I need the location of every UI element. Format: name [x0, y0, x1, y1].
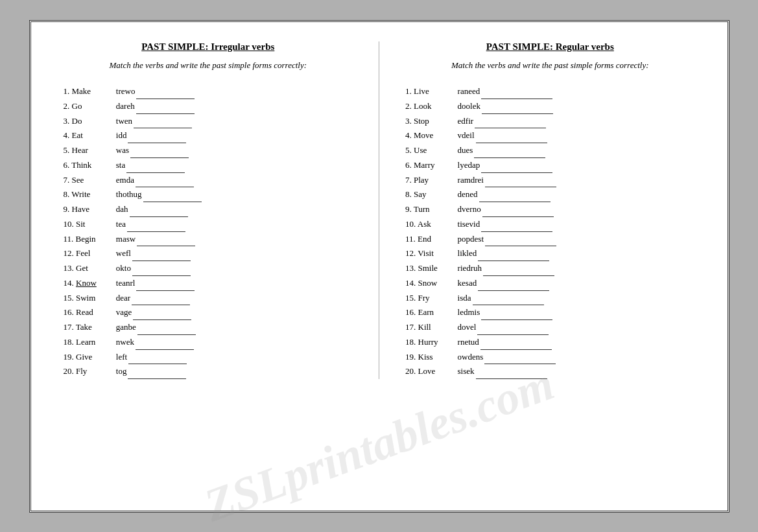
answer-word: popdest — [458, 232, 484, 247]
answer-word: teanrl — [116, 276, 136, 291]
answer-word: owdens — [458, 350, 484, 365]
page: ZSLprintables.com PAST SIMPLE: Irregular… — [29, 20, 729, 513]
answer-word: was — [116, 143, 129, 158]
list-item: riedruh — [458, 261, 695, 276]
list-item: 7. Play — [405, 173, 438, 188]
list-item: rnetud — [458, 335, 695, 350]
list-item: dah — [116, 202, 353, 217]
list-item: was — [116, 143, 353, 158]
list-item: sta — [116, 158, 353, 173]
list-item: 18. Hurry — [405, 335, 438, 350]
answer-word: dareh — [116, 99, 135, 114]
list-item: 8. Say — [405, 187, 438, 202]
list-item: popdest — [458, 232, 695, 247]
left-title: PAST SIMPLE: Irregular verbs — [64, 41, 353, 52]
list-item: 4. Eat — [64, 128, 97, 143]
list-item: tog — [116, 364, 353, 379]
answer-word: rnetud — [458, 335, 479, 350]
list-item: 13. Smile — [405, 261, 438, 276]
answer-blank[interactable] — [476, 378, 547, 379]
answer-word: raneed — [458, 84, 480, 99]
list-item: 3. Do — [64, 114, 97, 129]
answer-word: ledmis — [458, 305, 480, 320]
answer-word: thothug — [116, 187, 142, 202]
left-verbs: 1. Make2. Go3. Do4. Eat5. Hear6. Think7.… — [64, 84, 97, 379]
answer-word: dah — [116, 202, 128, 217]
right-instruction: Match the verbs and write the past simpl… — [405, 59, 695, 72]
list-item: 6. Think — [64, 158, 97, 173]
answer-word: riedruh — [458, 261, 482, 276]
answer-word: sisek — [458, 364, 475, 379]
answer-word: dened — [458, 187, 478, 202]
list-item: 9. Turn — [405, 202, 438, 217]
left-instruction: Match the verbs and write the past simpl… — [64, 59, 353, 72]
list-item: 17. Kill — [405, 320, 438, 335]
answer-word: dverno — [458, 202, 481, 217]
left-verb-list: 1. Make2. Go3. Do4. Eat5. Hear6. Think7.… — [64, 84, 353, 379]
list-item: 14. Snow — [405, 276, 438, 291]
list-item: tisevid — [458, 217, 695, 232]
list-item: 16. Read — [64, 305, 97, 320]
list-item: owdens — [458, 350, 695, 365]
list-item: 20. Fly — [64, 364, 97, 379]
list-item: lyedap — [458, 158, 695, 173]
list-item: raneed — [458, 84, 695, 99]
answer-word: lyedap — [458, 158, 480, 173]
answer-word: doolek — [458, 99, 480, 114]
right-answers: raneeddoolekedfirvdeildueslyedapramdreid… — [458, 84, 695, 379]
list-item: 4. Move — [405, 128, 438, 143]
answer-word: ganbe — [116, 320, 136, 335]
list-item: masw — [116, 232, 353, 247]
list-item: nwek — [116, 335, 353, 350]
list-item: ledmis — [458, 305, 695, 320]
answer-word: likled — [458, 246, 477, 261]
list-item: 13. Get — [64, 261, 97, 276]
list-item: ramdrei — [458, 173, 695, 188]
list-item: trewo — [116, 84, 353, 99]
answer-word: tog — [116, 364, 127, 379]
answer-word: tea — [116, 217, 126, 232]
list-item: kesad — [458, 276, 695, 291]
list-item: thothug — [116, 187, 353, 202]
answer-word: dues — [458, 143, 473, 158]
answer-blank[interactable] — [128, 378, 186, 379]
list-item: wefl — [116, 246, 353, 261]
right-title: PAST SIMPLE: Regular verbs — [405, 41, 695, 52]
list-item: 19. Kiss — [405, 350, 438, 365]
list-item: 20. Love — [405, 364, 438, 379]
right-verb-list: 1. Live2. Look3. Stop4. Move5. Use6. Mar… — [405, 84, 695, 379]
list-item: 11. Begin — [64, 232, 97, 247]
left-answers: trewodarehtweniddwasstaemdathothugdahtea… — [116, 84, 353, 379]
list-item: 9. Have — [64, 202, 97, 217]
list-item: 6. Marry — [405, 158, 438, 173]
answer-word: tisevid — [458, 217, 480, 232]
list-item: teanrl — [116, 276, 353, 291]
list-item: dues — [458, 143, 695, 158]
list-item: emda — [116, 173, 353, 188]
list-item: idd — [116, 128, 353, 143]
list-item: dareh — [116, 99, 353, 114]
list-item: dened — [458, 187, 695, 202]
list-item: sisek — [458, 364, 695, 379]
list-item: likled — [458, 246, 695, 261]
list-item: ganbe — [116, 320, 353, 335]
watermark: ZSLprintables.com — [197, 356, 560, 532]
list-item: 8. Write — [64, 187, 97, 202]
list-item: 10. Ask — [405, 217, 438, 232]
list-item: dovel — [458, 320, 695, 335]
list-item: vdeil — [458, 128, 695, 143]
list-item: 3. Stop — [405, 114, 438, 129]
answer-word: idd — [116, 128, 127, 143]
list-item: 19. Give — [64, 350, 97, 365]
list-item: 12. Visit — [405, 246, 438, 261]
answer-word: edfir — [458, 114, 474, 129]
answer-word: dear — [116, 291, 130, 306]
list-item: twen — [116, 114, 353, 129]
answer-word: isda — [458, 291, 471, 306]
list-item: doolek — [458, 99, 695, 114]
list-item: dear — [116, 291, 353, 306]
two-column-layout: PAST SIMPLE: Irregular verbs Match the v… — [57, 41, 702, 380]
list-item: 2. Go — [64, 99, 97, 114]
list-item: left — [116, 350, 353, 365]
answer-word: emda — [116, 173, 134, 188]
